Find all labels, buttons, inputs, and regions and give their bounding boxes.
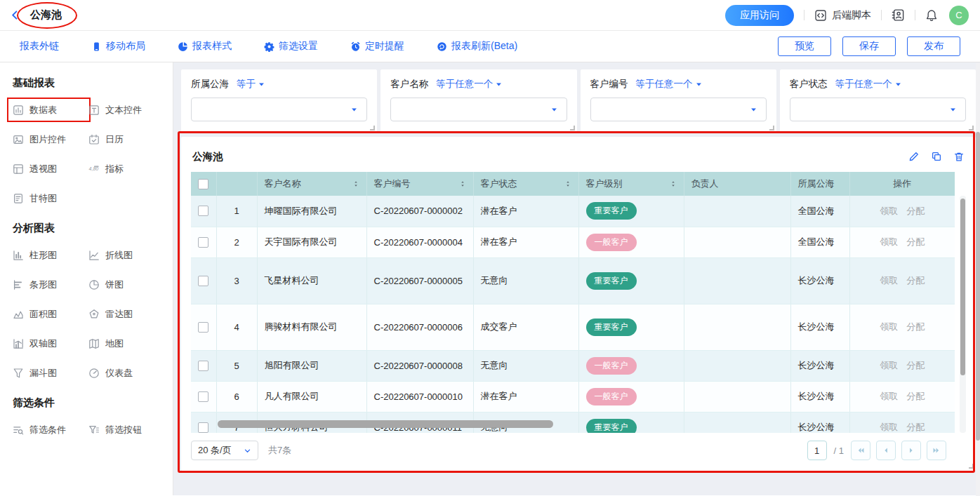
customer-code: C-20220607-0000008 [366,350,473,381]
avatar[interactable]: C [949,6,969,25]
sort-icon[interactable] [459,180,466,188]
sidebar-item[interactable]: 雷达图 [88,308,160,321]
resize-handle[interactable] [969,464,974,469]
customer-name: 腾骏材料有限公司 [257,304,366,350]
sidebar-item[interactable]: 仪表盘 [88,367,160,380]
sidebar-item[interactable]: 面积图 [13,308,84,321]
backend-script-button[interactable]: 后端脚本 [814,9,871,22]
sidebar-item[interactable]: 柱形图 [13,249,84,262]
sidebar-item[interactable]: 筛选条件 [13,424,84,436]
sort-icon[interactable] [352,180,359,188]
claim-link[interactable]: 领取 [880,390,898,403]
claim-link[interactable]: 领取 [880,274,898,287]
page-size-select[interactable]: 20 条/页 [191,441,258,460]
window-scrollbar[interactable] [976,63,980,496]
resize-handle[interactable] [570,126,575,130]
sidebar-item[interactable]: 文本控件 [88,104,160,116]
sidebar-item[interactable]: 图片控件 [13,133,84,146]
ribbon-tab-label: 定时提醒 [365,40,404,53]
ribbon-tab[interactable]: 筛选设置 [264,40,318,53]
bell-icon[interactable] [925,9,938,22]
edit-pencil-icon[interactable] [908,151,920,163]
claim-link[interactable]: 领取 [880,321,898,333]
row-checkbox[interactable] [198,361,208,371]
filter-operator-dropdown[interactable]: 等于任意一个 [436,78,503,91]
filter-operator-dropdown[interactable]: 等于 [237,78,265,91]
ribbon-tab[interactable]: 报表外链 [20,40,59,53]
page-number-input[interactable]: 1 [807,441,827,460]
sidebar-item-label: 柱形图 [29,249,57,262]
resize-handle[interactable] [769,126,774,130]
filter-operator-dropdown[interactable]: 等于任意一个 [835,78,902,91]
ribbon-tab[interactable]: 移动布局 [91,40,145,53]
ribbon-tab[interactable]: 报表样式 [178,40,232,53]
assign-link[interactable]: 分配 [906,359,925,372]
trash-icon[interactable] [953,151,965,163]
ribbon-tab[interactable]: 报表刷新(Beta) [437,40,517,53]
sidebar-item[interactable]: 日历 [88,133,160,146]
sidebar-item[interactable]: 筛选按钮 [88,424,160,436]
sidebar-item[interactable]: 双轴图 [13,337,84,350]
row-checkbox[interactable] [198,422,208,433]
assign-link[interactable]: 分配 [906,205,925,217]
assign-link[interactable]: 分配 [906,321,925,333]
contacts-icon[interactable] [892,8,905,22]
last-page-button[interactable] [927,441,946,460]
assign-link[interactable]: 分配 [906,421,925,433]
claim-link[interactable]: 领取 [880,359,898,372]
row-checkbox[interactable] [198,276,208,286]
sort-icon[interactable] [670,180,677,188]
select-all-checkbox[interactable] [198,179,208,189]
ribbon-tab[interactable]: 定时提醒 [350,40,404,53]
refresh-icon [437,41,447,52]
resize-handle[interactable] [969,126,974,130]
sidebar-item[interactable]: 饼图 [88,279,160,291]
divider [804,10,804,20]
filter-value-select[interactable] [790,98,966,121]
scrollbar-thumb[interactable] [976,132,980,441]
claim-link[interactable]: 领取 [880,205,898,217]
sidebar-item[interactable]: 数据表 [13,104,84,116]
prev-page-button[interactable] [876,441,896,460]
sidebar-item[interactable]: 甘特图 [13,192,84,205]
assign-link[interactable]: 分配 [906,390,925,403]
assign-link[interactable]: 分配 [906,274,925,287]
filter-value-select[interactable] [191,98,367,121]
sidebar-item[interactable]: 4,80 指标 [88,163,160,175]
row-checkbox[interactable] [198,206,208,216]
resize-handle[interactable] [370,126,375,130]
next-page-button[interactable] [901,441,921,460]
sidebar-item[interactable]: 地图 [88,337,160,350]
filter-operator-dropdown[interactable]: 等于任意一个 [636,78,703,91]
assign-link[interactable]: 分配 [906,236,925,248]
filter-card: 客户状态 等于任意一个 [780,69,976,133]
gantt-icon [13,193,24,204]
table-row: 1 坤曜国际有限公司 C-20220607-0000002 潜在客户 重要客户 … [191,196,955,227]
first-page-button[interactable] [851,441,870,460]
table-vertical-scrollbar[interactable] [960,196,966,433]
owner [684,304,790,350]
ribbon-tab-label: 报表刷新(Beta) [451,40,517,53]
ribbon-action-button[interactable]: 预览 [778,36,831,56]
ribbon-action-button[interactable]: 发布 [907,36,960,56]
app-access-button[interactable]: 应用访问 [725,5,794,26]
sidebar-item[interactable]: 折线图 [88,249,160,262]
back-icon[interactable] [10,10,20,20]
data-table: 客户名称 客户编号 客户状态 客户级别 负责人 所属公海 操作 [191,172,966,433]
claim-link[interactable]: 领取 [880,421,898,433]
filter-value-select[interactable] [590,98,767,121]
sort-icon[interactable] [564,180,571,188]
filter-value-select[interactable] [390,98,567,121]
sidebar-item[interactable]: 透视图 [13,163,84,175]
pool: 长沙公海 [790,257,849,304]
sidebar-item[interactable]: 漏斗图 [13,367,84,380]
sidebar-item[interactable]: 条形图 [13,279,84,291]
table-horizontal-scrollbar[interactable] [218,420,553,428]
row-checkbox[interactable] [198,391,208,402]
claim-link[interactable]: 领取 [880,236,898,248]
row-checkbox[interactable] [198,237,208,248]
ribbon-action-button[interactable]: 保存 [842,36,896,56]
copy-icon[interactable] [931,151,942,163]
row-checkbox[interactable] [198,322,208,333]
scrollbar-thumb[interactable] [960,199,965,375]
